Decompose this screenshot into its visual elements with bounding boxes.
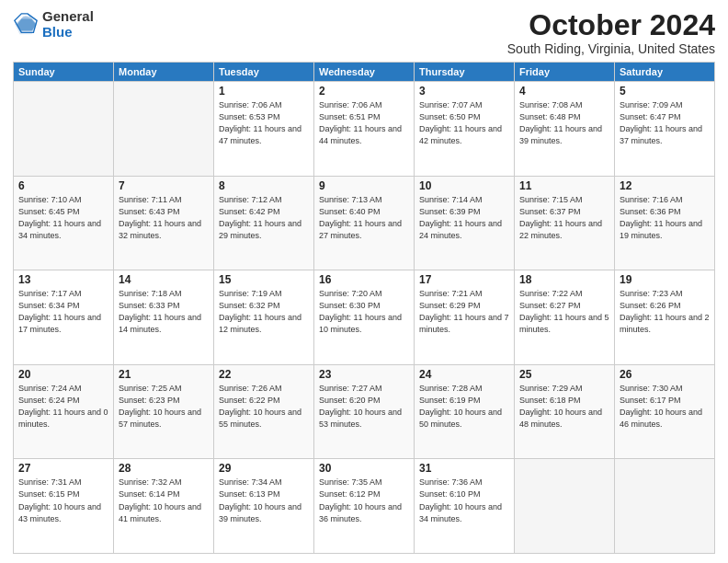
calendar-day-17: 17Sunrise: 7:21 AM Sunset: 6:29 PM Dayli… [415,270,515,365]
header-monday: Monday [114,63,214,82]
calendar-day-12: 12Sunrise: 7:16 AM Sunset: 6:36 PM Dayli… [615,176,715,270]
day-number: 22 [219,368,309,381]
logo-blue-text: Blue [42,25,94,40]
logo: General Blue [13,9,94,40]
day-info: Sunrise: 7:10 AM Sunset: 6:45 PM Dayligh… [18,194,108,242]
day-number: 5 [620,85,710,98]
day-number: 13 [18,273,108,286]
calendar-week-row: 27Sunrise: 7:31 AM Sunset: 6:15 PM Dayli… [14,459,715,554]
calendar-day-30: 30Sunrise: 7:35 AM Sunset: 6:12 PM Dayli… [314,459,415,554]
calendar-empty-cell [515,459,615,554]
day-info: Sunrise: 7:16 AM Sunset: 6:36 PM Dayligh… [620,194,710,242]
title-month: October 2024 [507,9,715,41]
logo-icon [13,12,39,38]
day-number: 20 [18,368,108,381]
day-info: Sunrise: 7:22 AM Sunset: 6:27 PM Dayligh… [519,288,609,336]
day-info: Sunrise: 7:12 AM Sunset: 6:42 PM Dayligh… [219,194,309,242]
day-info: Sunrise: 7:24 AM Sunset: 6:24 PM Dayligh… [18,383,108,431]
calendar-day-2: 2Sunrise: 7:06 AM Sunset: 6:51 PM Daylig… [314,82,415,177]
calendar-week-row: 20Sunrise: 7:24 AM Sunset: 6:24 PM Dayli… [14,364,715,459]
day-number: 24 [419,368,509,381]
calendar-day-27: 27Sunrise: 7:31 AM Sunset: 6:15 PM Dayli… [14,459,114,554]
header-thursday: Thursday [415,63,515,82]
title-location: South Riding, Virginia, United States [507,41,715,56]
day-number: 8 [219,179,309,192]
day-number: 28 [119,462,209,475]
header-tuesday: Tuesday [214,63,314,82]
logo-text: General Blue [42,9,94,40]
day-info: Sunrise: 7:27 AM Sunset: 6:20 PM Dayligh… [319,383,409,431]
day-number: 15 [219,273,309,286]
day-info: Sunrise: 7:25 AM Sunset: 6:23 PM Dayligh… [119,383,209,431]
calendar-day-21: 21Sunrise: 7:25 AM Sunset: 6:23 PM Dayli… [114,364,214,459]
day-info: Sunrise: 7:20 AM Sunset: 6:30 PM Dayligh… [319,288,409,336]
calendar-table: SundayMondayTuesdayWednesdayThursdayFrid… [13,62,715,554]
calendar-day-6: 6Sunrise: 7:10 AM Sunset: 6:45 PM Daylig… [14,176,114,270]
day-number: 30 [319,462,409,475]
calendar-day-29: 29Sunrise: 7:34 AM Sunset: 6:13 PM Dayli… [214,459,314,554]
calendar-header-row: SundayMondayTuesdayWednesdayThursdayFrid… [14,63,715,82]
day-number: 2 [319,85,409,98]
day-number: 19 [620,273,710,286]
day-info: Sunrise: 7:36 AM Sunset: 6:10 PM Dayligh… [419,477,509,524]
calendar-day-1: 1Sunrise: 7:06 AM Sunset: 6:53 PM Daylig… [214,82,314,177]
day-number: 14 [119,273,209,286]
logo-general-text: General [42,9,94,25]
day-info: Sunrise: 7:30 AM Sunset: 6:17 PM Dayligh… [620,383,710,431]
day-info: Sunrise: 7:34 AM Sunset: 6:13 PM Dayligh… [219,477,309,524]
day-info: Sunrise: 7:11 AM Sunset: 6:43 PM Dayligh… [119,194,209,242]
day-info: Sunrise: 7:13 AM Sunset: 6:40 PM Dayligh… [319,194,409,242]
title-block: October 2024 South Riding, Virginia, Uni… [507,9,715,56]
calendar-day-10: 10Sunrise: 7:14 AM Sunset: 6:39 PM Dayli… [415,176,515,270]
day-number: 11 [519,179,609,192]
header-sunday: Sunday [14,63,114,82]
day-number: 6 [18,179,108,192]
calendar-day-9: 9Sunrise: 7:13 AM Sunset: 6:40 PM Daylig… [314,176,415,270]
calendar-day-14: 14Sunrise: 7:18 AM Sunset: 6:33 PM Dayli… [114,270,214,365]
calendar-day-16: 16Sunrise: 7:20 AM Sunset: 6:30 PM Dayli… [314,270,415,365]
calendar-day-13: 13Sunrise: 7:17 AM Sunset: 6:34 PM Dayli… [14,270,114,365]
calendar-day-5: 5Sunrise: 7:09 AM Sunset: 6:47 PM Daylig… [615,82,715,177]
day-info: Sunrise: 7:08 AM Sunset: 6:48 PM Dayligh… [519,99,609,147]
day-number: 7 [119,179,209,192]
day-info: Sunrise: 7:17 AM Sunset: 6:34 PM Dayligh… [18,288,108,336]
day-info: Sunrise: 7:35 AM Sunset: 6:12 PM Dayligh… [319,477,409,524]
header: General Blue October 2024 South Riding, … [13,9,715,56]
calendar-day-11: 11Sunrise: 7:15 AM Sunset: 6:37 PM Dayli… [515,176,615,270]
day-number: 29 [219,462,309,475]
day-info: Sunrise: 7:15 AM Sunset: 6:37 PM Dayligh… [519,194,609,242]
day-info: Sunrise: 7:09 AM Sunset: 6:47 PM Dayligh… [620,99,710,147]
day-number: 25 [519,368,609,381]
day-info: Sunrise: 7:06 AM Sunset: 6:53 PM Dayligh… [219,99,309,147]
calendar-day-22: 22Sunrise: 7:26 AM Sunset: 6:22 PM Dayli… [214,364,314,459]
day-info: Sunrise: 7:28 AM Sunset: 6:19 PM Dayligh… [419,383,509,431]
calendar-day-31: 31Sunrise: 7:36 AM Sunset: 6:10 PM Dayli… [415,459,515,554]
calendar-week-row: 6Sunrise: 7:10 AM Sunset: 6:45 PM Daylig… [14,176,715,270]
day-number: 16 [319,273,409,286]
calendar-empty-cell [615,459,715,554]
day-number: 27 [18,462,108,475]
day-info: Sunrise: 7:26 AM Sunset: 6:22 PM Dayligh… [219,383,309,431]
calendar-day-3: 3Sunrise: 7:07 AM Sunset: 6:50 PM Daylig… [415,82,515,177]
calendar-empty-cell [114,82,214,177]
day-number: 1 [219,85,309,98]
day-info: Sunrise: 7:18 AM Sunset: 6:33 PM Dayligh… [119,288,209,336]
page: General Blue October 2024 South Riding, … [0,0,728,563]
day-info: Sunrise: 7:21 AM Sunset: 6:29 PM Dayligh… [419,288,509,336]
day-number: 23 [319,368,409,381]
calendar-day-4: 4Sunrise: 7:08 AM Sunset: 6:48 PM Daylig… [515,82,615,177]
calendar-day-15: 15Sunrise: 7:19 AM Sunset: 6:32 PM Dayli… [214,270,314,365]
calendar-day-28: 28Sunrise: 7:32 AM Sunset: 6:14 PM Dayli… [114,459,214,554]
calendar-empty-cell [14,82,114,177]
calendar-day-23: 23Sunrise: 7:27 AM Sunset: 6:20 PM Dayli… [314,364,415,459]
day-info: Sunrise: 7:32 AM Sunset: 6:14 PM Dayligh… [119,477,209,524]
calendar-day-18: 18Sunrise: 7:22 AM Sunset: 6:27 PM Dayli… [515,270,615,365]
calendar-day-25: 25Sunrise: 7:29 AM Sunset: 6:18 PM Dayli… [515,364,615,459]
day-info: Sunrise: 7:14 AM Sunset: 6:39 PM Dayligh… [419,194,509,242]
calendar-day-26: 26Sunrise: 7:30 AM Sunset: 6:17 PM Dayli… [615,364,715,459]
calendar-day-24: 24Sunrise: 7:28 AM Sunset: 6:19 PM Dayli… [415,364,515,459]
day-number: 10 [419,179,509,192]
calendar-week-row: 1Sunrise: 7:06 AM Sunset: 6:53 PM Daylig… [14,82,715,177]
day-number: 18 [519,273,609,286]
day-number: 21 [119,368,209,381]
